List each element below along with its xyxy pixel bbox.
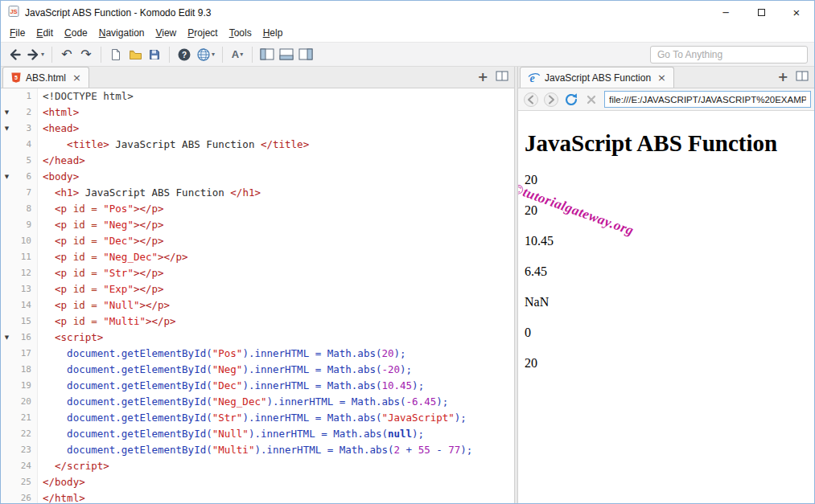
new-file-button[interactable] bbox=[107, 45, 125, 64]
code-text: </body> bbox=[38, 474, 85, 490]
preview-value-4: NaN bbox=[525, 295, 814, 309]
globe-icon bbox=[196, 47, 211, 62]
save-button[interactable] bbox=[146, 45, 163, 64]
forward-button[interactable]: ▾ bbox=[25, 45, 46, 64]
toggle-left-pane-button[interactable] bbox=[258, 45, 276, 64]
line-number: 25 bbox=[13, 474, 38, 490]
code-line-20[interactable]: 20 document.getElementById("Neg_Dec").in… bbox=[1, 394, 514, 410]
undo-button[interactable]: ↶ bbox=[58, 45, 76, 64]
tab-browser-preview[interactable]: e JavaScript ABS Function × bbox=[520, 67, 674, 88]
code-text: <p id = "Neg_Dec"></p> bbox=[38, 249, 188, 265]
fold-marker-icon[interactable]: ▼ bbox=[1, 104, 13, 121]
fold-marker-icon[interactable]: ▼ bbox=[1, 330, 13, 346]
code-line-3[interactable]: ▼3<head> bbox=[1, 121, 514, 137]
code-line-23[interactable]: 23 document.getElementById("Multi").inne… bbox=[1, 442, 514, 458]
new-tab-button[interactable]: + bbox=[478, 71, 488, 84]
code-line-12[interactable]: 12 <p id = "Str"></p> bbox=[1, 265, 514, 281]
line-number: 1 bbox=[13, 88, 38, 104]
code-line-7[interactable]: 7 <h1> JavaScript ABS Function </h1> bbox=[1, 185, 514, 201]
code-line-19[interactable]: 19 document.getElementById("Dec").innerH… bbox=[1, 378, 514, 394]
browser-pane: e JavaScript ABS Function × + bbox=[518, 67, 814, 503]
app-window: JS JavaScript ABS Function - Komodo Edit… bbox=[0, 0, 815, 504]
split-view-button[interactable] bbox=[496, 70, 508, 84]
toolbar-separator bbox=[222, 47, 223, 63]
menu-item-navigation[interactable]: Navigation bbox=[93, 25, 150, 41]
redo-button[interactable]: ↷ bbox=[77, 45, 95, 64]
fold-spacer bbox=[1, 265, 13, 281]
code-text: <title> JavaScript ABS Function </title> bbox=[38, 137, 309, 153]
code-line-21[interactable]: 21 document.getElementById("Str").innerH… bbox=[1, 410, 514, 426]
save-icon bbox=[148, 48, 161, 61]
open-file-button[interactable] bbox=[126, 45, 144, 64]
code-line-10[interactable]: 10 <p id = "Dec"></p> bbox=[1, 233, 514, 249]
browser-back-button[interactable] bbox=[521, 90, 541, 109]
app-icon: JS bbox=[7, 5, 20, 21]
menu-item-view[interactable]: View bbox=[150, 25, 182, 41]
browser-stop-button[interactable] bbox=[582, 90, 601, 109]
browser-forward-button[interactable] bbox=[541, 90, 561, 109]
code-text: document.getElementById("Str").innerHTML… bbox=[38, 410, 467, 426]
code-line-9[interactable]: 9 <p id = "Neg"></p> bbox=[1, 217, 514, 233]
maximize-button[interactable] bbox=[743, 1, 779, 24]
go-to-anything-input[interactable] bbox=[650, 46, 808, 64]
code-line-1[interactable]: 1<!DOCTYPE html> bbox=[1, 88, 514, 104]
split-view-button[interactable] bbox=[796, 70, 809, 84]
code-line-4[interactable]: 4 <title> JavaScript ABS Function </titl… bbox=[1, 137, 514, 153]
font-color-scheme-button[interactable]: A ▾ bbox=[228, 45, 246, 64]
browser-preview-button[interactable]: ▾ bbox=[195, 45, 216, 64]
address-bar-input[interactable] bbox=[604, 91, 811, 108]
code-line-24[interactable]: 24 </script> bbox=[1, 458, 514, 474]
menu-item-edit[interactable]: Edit bbox=[31, 25, 59, 41]
code-line-17[interactable]: 17 document.getElementById("Pos").innerH… bbox=[1, 346, 514, 362]
code-line-13[interactable]: 13 <p id = "Exp"></p> bbox=[1, 281, 514, 297]
help-button[interactable]: ? bbox=[175, 45, 193, 64]
line-number: 24 bbox=[13, 458, 38, 474]
menu-item-code[interactable]: Code bbox=[59, 25, 93, 41]
minimize-button[interactable]: ─ bbox=[708, 1, 743, 24]
browser-refresh-button[interactable] bbox=[562, 90, 581, 109]
code-line-22[interactable]: 22 document.getElementById("Null").inner… bbox=[1, 426, 514, 442]
menu-item-tools[interactable]: Tools bbox=[224, 25, 257, 41]
fold-spacer bbox=[1, 346, 13, 362]
tab-abs-html[interactable]: 5 ABS.html × bbox=[2, 67, 89, 88]
code-line-16[interactable]: ▼16 <script> bbox=[1, 330, 514, 346]
code-text: <script> bbox=[38, 330, 103, 346]
code-line-25[interactable]: 25</body> bbox=[1, 474, 514, 490]
chevron-down-icon: ▾ bbox=[41, 51, 44, 58]
tab-close-icon[interactable]: × bbox=[657, 72, 666, 83]
toolbar-separator bbox=[252, 47, 253, 63]
preview-value-5: 0 bbox=[525, 326, 814, 340]
line-number: 19 bbox=[13, 378, 38, 394]
browser-back-icon bbox=[523, 92, 539, 108]
menu-item-file[interactable]: File bbox=[4, 25, 31, 41]
new-tab-button[interactable]: + bbox=[778, 71, 788, 84]
fold-spacer bbox=[1, 249, 13, 265]
code-line-11[interactable]: 11 <p id = "Neg_Dec"></p> bbox=[1, 249, 514, 265]
code-text: <p id = "Null"></p> bbox=[38, 297, 170, 313]
fold-marker-icon[interactable]: ▼ bbox=[1, 169, 13, 185]
tab-close-icon[interactable]: × bbox=[72, 72, 81, 83]
code-line-14[interactable]: 14 <p id = "Null"></p> bbox=[1, 297, 514, 313]
fold-spacer bbox=[1, 281, 13, 297]
code-line-2[interactable]: ▼2<html> bbox=[1, 104, 514, 121]
code-line-15[interactable]: 15 <p id = "Multi"></p> bbox=[1, 313, 514, 330]
menu-item-project[interactable]: Project bbox=[182, 25, 223, 41]
toolbar-separator bbox=[101, 47, 101, 63]
code-line-6[interactable]: ▼6<body> bbox=[1, 169, 514, 185]
code-line-8[interactable]: 8 <p id = "Pos"></p> bbox=[1, 201, 514, 217]
back-button[interactable] bbox=[6, 45, 23, 64]
menu-item-help[interactable]: Help bbox=[257, 25, 289, 41]
code-editor[interactable]: 1<!DOCTYPE html>▼2<html>▼3<head>4 <title… bbox=[1, 88, 514, 503]
fold-marker-icon[interactable]: ▼ bbox=[1, 121, 13, 137]
code-line-5[interactable]: 5</head> bbox=[1, 153, 514, 169]
browser-tab-actions: + bbox=[778, 67, 809, 88]
toggle-right-pane-button[interactable] bbox=[297, 45, 315, 64]
toggle-bottom-pane-button[interactable] bbox=[278, 45, 295, 64]
menu-bar: FileEditCodeNavigationViewProjectToolsHe… bbox=[1, 24, 814, 42]
code-line-18[interactable]: 18 document.getElementById("Neg").innerH… bbox=[1, 362, 514, 378]
close-button[interactable]: × bbox=[779, 1, 814, 24]
fold-spacer bbox=[1, 458, 13, 474]
code-line-26[interactable]: 26</html> bbox=[1, 490, 514, 503]
chevron-down-icon: ▾ bbox=[212, 51, 215, 58]
maximize-icon bbox=[758, 9, 765, 16]
